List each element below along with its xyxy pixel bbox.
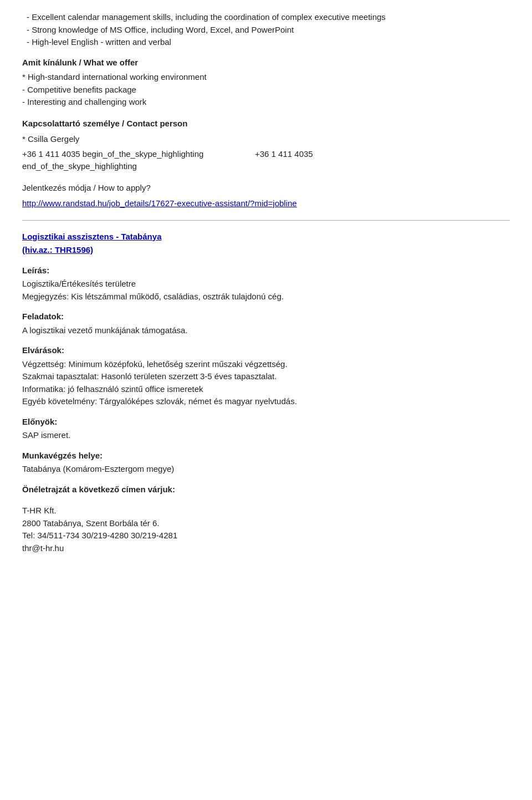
apply-section: Jelentkezés módja / How to apply? http:/… xyxy=(22,182,510,210)
job2-advantage-text: SAP ismeret. xyxy=(22,429,510,442)
job2-req1: Végzettség: Minimum középfokú, lehetőség… xyxy=(22,358,510,371)
job2-cv-address: T-HR Kft. 2800 Tatabánya, Szent Borbála … xyxy=(22,505,510,554)
job2-cv-line3: Tel: 34/511-734 30/219-4280 30/219-4281 xyxy=(22,529,510,542)
offer-item-3: - Interesting and challenging work xyxy=(22,96,510,109)
bullet-2: - Strong knowledge of MS Office, includi… xyxy=(27,24,510,37)
job2-section: Logisztikai asszisztens - Tatabánya (hiv… xyxy=(22,231,510,555)
job2-req2: Szakmai tapasztalat: Hasonló területen s… xyxy=(22,370,510,383)
offer-item-1: * High-standard international working en… xyxy=(22,71,510,84)
bullet-1: - Excellent calendar management skills, … xyxy=(27,11,510,24)
job2-tasks-text: A logisztikai vezető munkájának támogatá… xyxy=(22,324,510,337)
job2-req3: Informatika: jó felhasználó szintű offic… xyxy=(22,383,510,396)
skype-left: +36 1 411 4035 begin_of_the_skype_highli… xyxy=(22,148,255,161)
job2-description-label: Leírás: xyxy=(22,264,510,277)
contact-person-name: * Csilla Gergely xyxy=(22,133,510,146)
job2-cv-label: Önéletrajzát a következő címen várjuk: xyxy=(22,483,510,496)
job2-requirements-label-text: Elvárások: xyxy=(22,345,64,355)
skype-end: end_of_the_skype_highlighting xyxy=(22,160,510,173)
job2-cv-line2: 2800 Tatabánya, Szent Borbála tér 6. xyxy=(22,517,510,530)
job2-cv-line4: thr@t-hr.hu xyxy=(22,542,510,555)
divider xyxy=(22,220,510,221)
apply-heading: Jelentkezés módja / How to apply? xyxy=(22,182,510,195)
job2-req4: Egyéb követelmény: Tárgyalóképes szlovák… xyxy=(22,395,510,408)
job2-tasks-label-text: Feladatok: xyxy=(22,312,64,321)
bullet-3: - High-level English - written and verba… xyxy=(27,36,510,49)
job2-requirements-label: Elvárások: xyxy=(22,344,510,357)
job2-description-label-text: Leírás: xyxy=(22,266,49,275)
job2-cv-label-text: Önéletrajzát a következő címen várjuk: xyxy=(22,485,175,494)
job2-advantage-label: Előnyök: xyxy=(22,416,510,429)
what-we-offer-heading: Amit kínálunk / What we offer xyxy=(22,57,510,69)
what-we-offer-section: Amit kínálunk / What we offer * High-sta… xyxy=(22,57,510,109)
job2-title-line1[interactable]: Logisztikai asszisztens - Tatabánya xyxy=(22,231,510,243)
job2-workplace-label-text: Munkavégzés helye: xyxy=(22,451,103,460)
job2-title-line2[interactable]: (hiv.az.: THR1596) xyxy=(22,244,510,257)
skype-row: +36 1 411 4035 begin_of_the_skype_highli… xyxy=(22,148,510,161)
job2-workplace-text: Tatabánya (Komárom-Esztergom megye) xyxy=(22,463,510,476)
skype-right: +36 1 411 4035 xyxy=(255,148,355,161)
job2-note-text: Megjegyzés: Kis létszámmal működő, csalá… xyxy=(22,291,510,303)
offer-item-2: - Competitive benefits package xyxy=(22,84,510,96)
job2-description-text: Logisztika/Értékesítés területre xyxy=(22,278,510,291)
job2-workplace-label: Munkavégzés helye: xyxy=(22,450,510,462)
contact-heading: Kapcsolattartó személye / Contact person xyxy=(22,118,510,130)
job2-cv-line1: T-HR Kft. xyxy=(22,505,510,517)
apply-url[interactable]: http://www.randstad.hu/job_details/17627… xyxy=(22,198,297,208)
job2-tasks-label: Feladatok: xyxy=(22,310,510,323)
contact-section: Kapcsolattartó személye / Contact person… xyxy=(22,118,510,173)
intro-bullets: - Excellent calendar management skills, … xyxy=(22,11,510,49)
job2-advantage-label-text: Előnyök: xyxy=(22,417,57,426)
